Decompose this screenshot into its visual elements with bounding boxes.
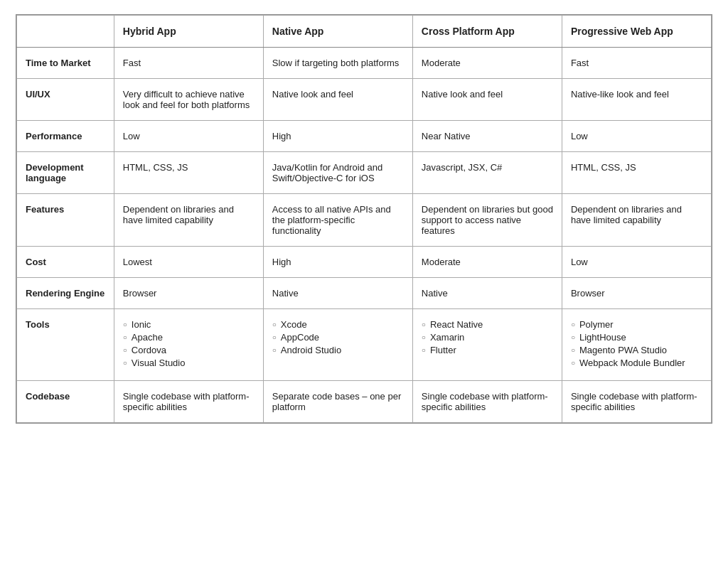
tool-item: Magento PWA Studio	[571, 345, 702, 355]
table-row: CostLowestHighModerateLow	[17, 247, 712, 278]
header-native: Native App	[263, 16, 412, 48]
cell-native: Slow if targeting both platforms	[263, 48, 412, 79]
cell-hybrid: Dependent on libraries and have limited …	[114, 194, 263, 247]
header-cross: Cross Platform App	[412, 16, 562, 48]
cell-pwa: Low	[562, 121, 711, 152]
header-pwa: Progressive Web App	[562, 16, 711, 48]
table-row: Rendering EngineBrowserNativeNativeBrows…	[17, 278, 712, 309]
tool-item: React Native	[422, 319, 553, 330]
cell-cross: Native	[412, 278, 562, 309]
tool-item: Xamarin	[422, 332, 553, 343]
row-label: Cost	[17, 247, 114, 278]
tool-list: React NativeXamarinFlutter	[422, 319, 553, 355]
table-row: Time to MarketFastSlow if targeting both…	[17, 48, 712, 79]
tool-item: AppCode	[272, 332, 404, 343]
cell-cross: Near Native	[412, 121, 562, 152]
cell-pwa: Fast	[562, 48, 711, 79]
row-label: Time to Market	[17, 48, 114, 79]
tools-cell-1: XcodeAppCodeAndroid Studio	[263, 309, 412, 381]
tool-item: Xcode	[272, 319, 404, 330]
cell-native: Separate code bases – one per platform	[263, 381, 412, 423]
cell-native: Native	[263, 278, 412, 309]
table-row: FeaturesDependent on libraries and have …	[17, 194, 712, 247]
row-label: UI/UX	[17, 79, 114, 121]
tool-item: Polymer	[571, 319, 702, 330]
tool-item: Apache	[123, 332, 255, 343]
cell-native: High	[263, 247, 412, 278]
cell-hybrid: Fast	[114, 48, 263, 79]
cell-cross: Javascript, JSX, C#	[412, 152, 562, 194]
tool-item: Cordova	[123, 345, 255, 355]
tool-item: Android Studio	[272, 345, 404, 355]
tools-cell-3: PolymerLightHouseMagento PWA StudioWebpa…	[562, 309, 711, 381]
cell-pwa: HTML, CSS, JS	[562, 152, 711, 194]
cell-native: Java/Kotlin for Android and Swift/Object…	[263, 152, 412, 194]
tool-item: Visual Studio	[123, 358, 255, 368]
cell-hybrid: Lowest	[114, 247, 263, 278]
table-row: CodebaseSingle codebase with platform-sp…	[17, 381, 712, 423]
tool-item: Ionic	[123, 319, 255, 330]
cell-native: High	[263, 121, 412, 152]
header-col0	[17, 16, 114, 48]
cell-hybrid: Very difficult to achieve native look an…	[114, 79, 263, 121]
cell-hybrid: HTML, CSS, JS	[114, 152, 263, 194]
cell-native: Native look and feel	[263, 79, 412, 121]
cell-hybrid: Low	[114, 121, 263, 152]
tools-cell-0: IonicApacheCordovaVisual Studio	[114, 309, 263, 381]
tools-cell-2: React NativeXamarinFlutter	[412, 309, 562, 381]
tool-list: XcodeAppCodeAndroid Studio	[272, 319, 404, 355]
tool-list: IonicApacheCordovaVisual Studio	[123, 319, 255, 368]
header-hybrid: Hybrid App	[114, 16, 263, 48]
cell-pwa: Single codebase with platform-specific a…	[562, 381, 711, 423]
tool-item: LightHouse	[571, 332, 702, 343]
tool-item: Webpack Module Bundler	[571, 358, 702, 368]
comparison-table-wrapper: Hybrid App Native App Cross Platform App…	[16, 14, 712, 424]
row-label: Performance	[17, 121, 114, 152]
row-label: Features	[17, 194, 114, 247]
header-row: Hybrid App Native App Cross Platform App…	[17, 16, 712, 48]
row-label: Development language	[17, 152, 114, 194]
cell-pwa: Low	[562, 247, 711, 278]
cell-hybrid: Single codebase with platform-specific a…	[114, 381, 263, 423]
cell-hybrid: Browser	[114, 278, 263, 309]
cell-cross: Single codebase with platform-specific a…	[412, 381, 562, 423]
table-row: Development languageHTML, CSS, JSJava/Ko…	[17, 152, 712, 194]
tool-item: Flutter	[422, 345, 553, 355]
cell-native: Access to all native APIs and the platfo…	[263, 194, 412, 247]
cell-cross: Moderate	[412, 247, 562, 278]
table-row: ToolsIonicApacheCordovaVisual StudioXcod…	[17, 309, 712, 381]
comparison-table: Hybrid App Native App Cross Platform App…	[16, 15, 712, 423]
cell-pwa: Dependent on libraries and have limited …	[562, 194, 711, 247]
cell-pwa: Browser	[562, 278, 711, 309]
cell-pwa: Native-like look and feel	[562, 79, 711, 121]
row-label: Codebase	[17, 381, 114, 423]
tool-list: PolymerLightHouseMagento PWA StudioWebpa…	[571, 319, 702, 368]
row-label: Rendering Engine	[17, 278, 114, 309]
cell-cross: Dependent on libraries but good support …	[412, 194, 562, 247]
row-label: Tools	[17, 309, 114, 381]
table-row: UI/UXVery difficult to achieve native lo…	[17, 79, 712, 121]
table-row: PerformanceLowHighNear NativeLow	[17, 121, 712, 152]
cell-cross: Native look and feel	[412, 79, 562, 121]
cell-cross: Moderate	[412, 48, 562, 79]
